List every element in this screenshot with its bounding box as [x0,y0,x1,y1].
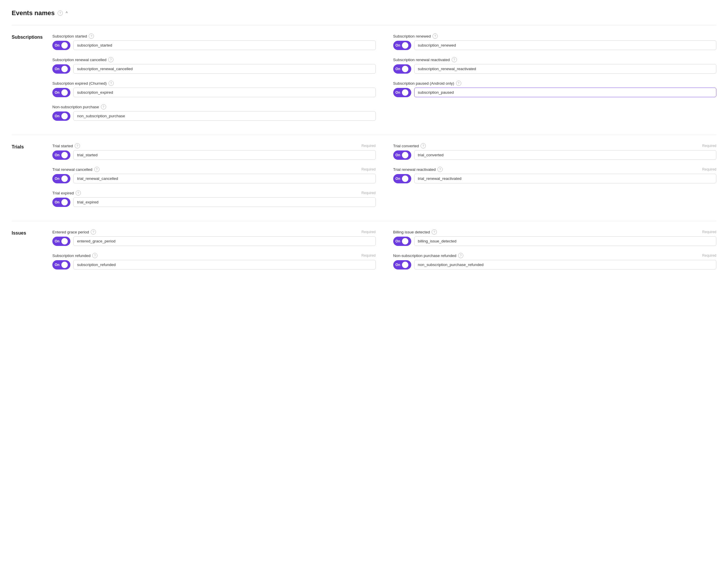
field-input-row-subscription_started: On [52,40,376,50]
field-input-row-trial_renewal_reactivated: On [393,174,717,183]
toggle-subscription_started[interactable]: On [52,41,70,50]
fields-grid-trials: Trial started?RequiredOnTrial converted?… [52,143,716,207]
help-icon-subscription_renewal_reactivated[interactable]: ? [452,57,457,62]
field-header-trial_started: Trial started?Required [52,143,376,148]
toggle-subscription_expired[interactable]: On [52,88,70,97]
input-subscription_renewal_reactivated[interactable] [414,64,717,74]
input-trial_renewal_reactivated[interactable] [414,174,717,183]
toggle-subscription_paused[interactable]: On [393,88,411,97]
field-label-text-subscription_renewal_cancelled: Subscription renewal cancelled [52,58,106,62]
toggle-knob-subscription_expired [61,89,68,96]
input-trial_expired[interactable] [73,197,376,207]
input-trial_renewal_cancelled[interactable] [73,174,376,183]
input-subscription_refunded[interactable] [73,260,376,269]
help-icon-subscription_started[interactable]: ? [89,33,94,39]
toggle-billing_issue_detected[interactable]: On [393,236,411,246]
field-input-row-trial_converted: On [393,150,717,160]
input-subscription_started[interactable] [73,40,376,50]
field-input-row-entered_grace_period: On [52,236,376,246]
fields-grid-subscriptions: Subscription started?OnSubscription rene… [52,33,716,121]
field-label-text-trial_renewal_cancelled: Trial renewal cancelled [52,167,92,172]
help-icon-subscription_expired[interactable]: ? [108,81,114,86]
page-help-icon[interactable]: ? [58,10,63,16]
fields-grid-issues: Entered grace period?RequiredOnBilling i… [52,229,716,269]
field-header-trial_renewal_cancelled: Trial renewal cancelled?Required [52,167,376,172]
help-icon-non_subscription_purchase[interactable]: ? [101,104,106,109]
input-subscription_renewal_cancelled[interactable] [73,64,376,74]
field-header-non_subscription_purchase: Non-subscription purchase? [52,104,376,109]
section-issues: IssuesEntered grace period?RequiredOnBil… [12,229,716,269]
toggle-non_subscription_purchase[interactable]: On [52,111,70,121]
help-icon-subscription_renewal_cancelled[interactable]: ? [108,57,113,62]
toggle-trial_expired[interactable]: On [52,197,70,207]
required-badge-trial_started: Required [362,144,376,148]
required-badge-non_subscription_purchase_refunded: Required [702,253,716,257]
field-header-non_subscription_purchase_refunded: Non-subscription purchase refunded?Requi… [393,253,717,258]
help-icon-billing_issue_detected[interactable]: ? [432,229,437,234]
field-header-subscription_paused: Subscription paused (Android only)? [393,81,717,86]
toggle-trial_started[interactable]: On [52,150,70,160]
empty-placeholder [393,104,717,121]
help-icon-trial_renewal_cancelled[interactable]: ? [94,167,99,172]
input-billing_issue_detected[interactable] [414,236,717,246]
toggle-knob-trial_expired [61,199,68,205]
toggle-non_subscription_purchase_refunded[interactable]: On [393,260,411,269]
help-icon-non_subscription_purchase_refunded[interactable]: ? [458,253,463,258]
toggle-subscription_refunded[interactable]: On [52,260,70,269]
field-group-subscription_started: Subscription started?On [52,33,376,50]
field-header-billing_issue_detected: Billing issue detected?Required [393,229,717,234]
top-divider [12,25,716,25]
field-label-text-subscription_paused: Subscription paused (Android only) [393,81,454,86]
toggle-entered_grace_period[interactable]: On [52,236,70,246]
field-label-trial_renewal_cancelled: Trial renewal cancelled? [52,167,99,172]
help-icon-subscription_renewed[interactable]: ? [432,33,438,39]
toggle-trial_converted[interactable]: On [393,150,411,160]
toggle-trial_renewal_reactivated[interactable]: On [393,174,411,183]
section-label-subscriptions: Subscriptions [12,33,52,121]
input-non_subscription_purchase[interactable] [73,111,376,121]
field-label-text-subscription_renewal_reactivated: Subscription renewal reactivated [393,58,450,62]
help-icon-subscription_refunded[interactable]: ? [92,253,97,258]
toggle-text-non_subscription_purchase: On [55,114,60,118]
field-header-subscription_expired: Subscription expired (Churned)? [52,81,376,86]
field-label-text-subscription_started: Subscription started [52,34,87,38]
toggle-subscription_renewal_cancelled[interactable]: On [52,64,70,74]
toggle-text-subscription_renewal_cancelled: On [55,67,60,71]
field-group-subscription_paused: Subscription paused (Android only)?On [393,81,717,97]
field-label-text-trial_expired: Trial expired [52,191,74,195]
toggle-knob-subscription_renewal_cancelled [61,66,68,72]
field-label-non_subscription_purchase_refunded: Non-subscription purchase refunded? [393,253,464,258]
field-input-row-non_subscription_purchase: On [52,111,376,121]
field-input-row-subscription_renewal_reactivated: On [393,64,717,74]
input-trial_converted[interactable] [414,150,717,160]
field-header-subscription_renewal_reactivated: Subscription renewal reactivated? [393,57,717,62]
toggle-trial_renewal_cancelled[interactable]: On [52,174,70,183]
field-group-non_subscription_purchase: Non-subscription purchase?On [52,104,376,121]
collapse-icon[interactable]: ^ [66,11,68,15]
help-icon-trial_expired[interactable]: ? [76,190,81,195]
toggle-subscription_renewal_reactivated[interactable]: On [393,64,411,74]
help-icon-trial_renewal_reactivated[interactable]: ? [437,167,443,172]
required-badge-billing_issue_detected: Required [702,230,716,234]
input-subscription_renewed[interactable] [414,40,717,50]
section-label-trials: Trials [12,143,52,207]
input-entered_grace_period[interactable] [73,236,376,246]
required-badge-trial_converted: Required [702,144,716,148]
help-icon-subscription_paused[interactable]: ? [456,81,461,86]
input-non_subscription_purchase_refunded[interactable] [414,260,717,269]
toggle-knob-non_subscription_purchase [61,113,68,119]
toggle-subscription_renewed[interactable]: On [393,41,411,50]
input-subscription_expired[interactable] [73,88,376,97]
toggle-knob-trial_converted [402,152,408,158]
field-label-non_subscription_purchase: Non-subscription purchase? [52,104,106,109]
field-label-subscription_renewal_reactivated: Subscription renewal reactivated? [393,57,457,62]
help-icon-trial_started[interactable]: ? [75,143,80,148]
help-icon-entered_grace_period[interactable]: ? [91,229,96,234]
field-header-subscription_renewed: Subscription renewed? [393,33,717,39]
input-subscription_paused[interactable] [414,88,717,97]
field-label-trial_renewal_reactivated: Trial renewal reactivated? [393,167,443,172]
input-trial_started[interactable] [73,150,376,160]
field-label-text-subscription_renewed: Subscription renewed [393,34,431,38]
help-icon-trial_converted[interactable]: ? [421,143,426,148]
field-label-billing_issue_detected: Billing issue detected? [393,229,437,234]
